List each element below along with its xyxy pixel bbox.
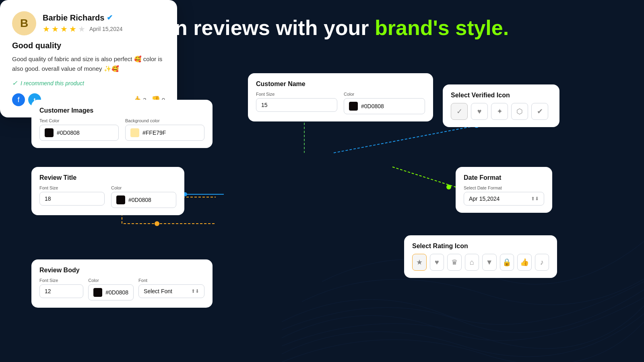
customer-name-color-swatch[interactable] [349, 102, 358, 111]
rating-icon-lock[interactable]: 🔒 [500, 254, 514, 271]
review-body-card-heading: Review Body [39, 267, 204, 274]
rating-icon-down[interactable]: ▼ [482, 254, 497, 271]
review-title-fontsize-label: Font Size [39, 185, 105, 190]
customer-name-color-input[interactable]: #0D0808 [344, 98, 425, 114]
text-color-input[interactable]: #0D0808 [39, 125, 119, 141]
customer-name-card: Customer Name Font Size 15 Color #0D0808 [248, 73, 433, 121]
verified-icon-title: Select Verified Icon [451, 92, 551, 99]
rating-icon-thumbs[interactable]: 👍 [517, 254, 532, 271]
review-body-font-select[interactable]: Select Font ⬆⬇ [138, 284, 204, 298]
review-body-color-input[interactable]: #0D0808 [88, 284, 134, 300]
svg-point-1 [155, 221, 159, 226]
rating-icon-music[interactable]: ♪ [535, 254, 549, 271]
date-format-card: Date Format Select Date Format Apr 15,20… [456, 167, 552, 213]
verified-icon-card: Select Verified Icon ✓ ♥ ✦ ⬡ ✔ [443, 84, 559, 127]
customer-name-color-label: Color [344, 92, 425, 97]
verified-icon-star[interactable]: ✦ [491, 103, 508, 120]
font-select-chevron: ⬆⬇ [191, 288, 199, 294]
date-format-select[interactable]: Apr 15,2024 ⬆⬇ [464, 192, 544, 206]
review-title-color-input[interactable]: #0D0808 [111, 192, 176, 208]
customer-name-fontsize-input[interactable]: 15 [256, 98, 337, 112]
heading-highlight: brand's style. [375, 16, 509, 39]
check-icon: ✓ [12, 79, 17, 87]
verified-icon-row: ✓ ♥ ✦ ⬡ ✔ [451, 103, 551, 120]
bg-color-swatch[interactable] [130, 128, 139, 137]
review-title-text: Good quality [12, 41, 165, 50]
review-title-card-heading: Review Title [39, 174, 176, 181]
rating-icon-title: Select Rating Icon [412, 243, 549, 250]
date-format-chevron: ⬆⬇ [531, 196, 539, 202]
date-format-title: Date Format [464, 174, 544, 181]
review-body-fontsize-input[interactable]: 12 [39, 284, 83, 298]
rating-icon-card: Select Rating Icon ★ ♥ ♛ ⌂ ▼ 🔒 👍 ♪ [404, 235, 557, 278]
verified-icon-heart[interactable]: ♥ [471, 103, 488, 120]
review-title-color-swatch[interactable] [116, 195, 125, 204]
svg-line-8 [334, 125, 481, 153]
bg-color-input[interactable]: #FFE79F [125, 125, 204, 141]
review-body-card: Review Body Font Size 12 Color #0D0808 F… [31, 259, 213, 308]
review-body-font-label: Font [138, 278, 204, 283]
review-title-fontsize-input[interactable]: 18 [39, 192, 105, 206]
review-body-color-label: Color [88, 278, 134, 283]
bg-color-label: Background color [125, 118, 204, 123]
review-title-color-label: Color [111, 185, 176, 190]
review-body-fontsize-label: Font Size [39, 278, 83, 283]
review-body-color-swatch[interactable] [93, 288, 102, 297]
main-heading: Align reviews with your brand's style. [0, 15, 644, 40]
date-format-label: Select Date Format [464, 185, 544, 190]
text-color-label: Text Color [39, 118, 119, 123]
rating-icon-row: ★ ♥ ♛ ⌂ ▼ 🔒 👍 ♪ [412, 254, 549, 271]
customer-images-title: Customer Images [39, 107, 204, 114]
recommend-row: ✓ I recommend this product [12, 79, 165, 87]
verified-icon-check2[interactable]: ✔ [531, 103, 548, 120]
rating-icon-home[interactable]: ⌂ [465, 254, 479, 271]
svg-line-6 [392, 167, 456, 187]
facebook-icon[interactable]: f [12, 93, 25, 106]
text-color-swatch[interactable] [45, 128, 54, 137]
review-body-text: Good quality of fabric and size is also … [12, 54, 165, 74]
verified-icon-hex[interactable]: ⬡ [511, 103, 528, 120]
svg-point-7 [446, 185, 451, 189]
review-title-card: Review Title Font Size 18 Color #0D0808 [31, 167, 184, 215]
rating-icon-star[interactable]: ★ [412, 254, 427, 271]
rating-icon-crown[interactable]: ♛ [447, 254, 462, 271]
customer-name-fontsize-label: Font Size [256, 92, 337, 97]
rating-icon-heart[interactable]: ♥ [430, 254, 444, 271]
customer-name-title: Customer Name [256, 80, 425, 88]
customer-images-card: Customer Images Text Color #0D0808 Backg… [31, 100, 213, 148]
verified-icon-checkmark[interactable]: ✓ [451, 103, 468, 120]
